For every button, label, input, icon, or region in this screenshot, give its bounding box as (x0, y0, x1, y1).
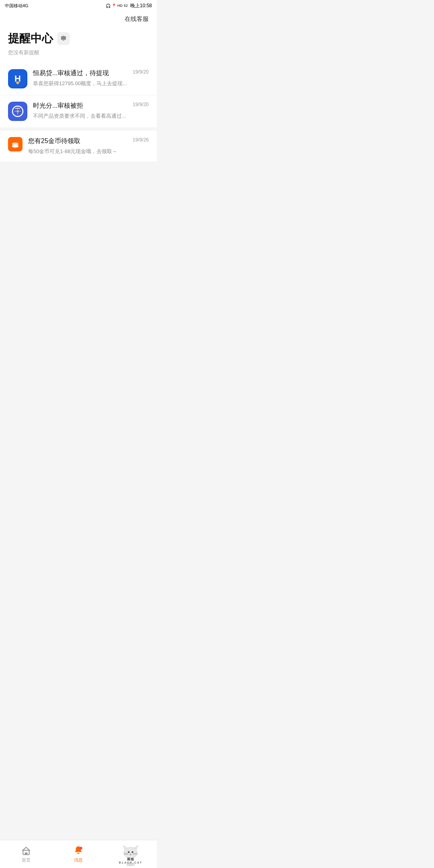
henyi-app-icon: H (8, 69, 27, 88)
shiguang-notification-date: 19/9/20 (133, 102, 149, 107)
location-icon: 📍 (112, 4, 116, 8)
battery-icon: 52 (124, 4, 128, 8)
shiguang-title-row: 时光分...审核被拒 19/9/20 (33, 102, 149, 110)
coin-notification-date: 19/9/26 (133, 137, 149, 143)
shiguang-notification-desc: 不同产品资质要求不同，去看看高通过... (33, 113, 126, 119)
signal-icons: HD (117, 4, 123, 8)
headphone-icon: 🎧 (106, 4, 111, 8)
title-area: 提醒中心 您没有新提醒 (0, 26, 157, 63)
henyi-title-row: 恒易贷...审核通过，待提现 19/9/20 (33, 69, 149, 78)
carrier-text: 中国移动4G (5, 3, 29, 9)
svg-rect-0 (61, 36, 66, 40)
coin-notification-desc: 每50金币可兑1-88元现金哦，去领取～ (28, 148, 117, 154)
svg-rect-1 (63, 40, 65, 41)
page-title-row: 提醒中心 (8, 31, 149, 46)
coin-app-icon (8, 137, 23, 151)
svg-point-8 (16, 110, 19, 113)
alarm-icon (60, 35, 67, 42)
time-text: 晚上10:58 (130, 2, 152, 9)
svg-point-15 (12, 142, 19, 145)
online-service-button[interactable]: 在线客服 (125, 15, 149, 23)
status-bar: 中国移动4G 🎧 📍 HD 52 晚上10:58 (0, 0, 157, 11)
coin-notification-title: 您有25金币待领取 (28, 137, 80, 145)
coin-stacks-icon (11, 140, 20, 149)
page-title: 提醒中心 (8, 31, 53, 46)
status-right-icons: 🎧 📍 HD 52 晚上10:58 (106, 2, 152, 9)
henyi-notification-desc: 恭喜您获得12795.00额度，马上去提现... (33, 80, 127, 86)
content-area: H 恒易贷...审核通过，待提现 19/9/20 恭喜您获得12795.00额度… (0, 63, 157, 326)
header: 在线客服 (0, 11, 157, 26)
coin-notification-item[interactable]: 您有25金币待领取 19/9/26 每50金币可兑1-88元现金哦，去领取～ (0, 131, 157, 162)
shiguang-notification-body: 时光分...审核被拒 19/9/20 不同产品资质要求不同，去看看高通过... (33, 102, 149, 120)
coin-notification-body: 您有25金币待领取 19/9/26 每50金币可兑1-88元现金哦，去领取～ (28, 137, 149, 155)
shiguang-app-icon (8, 102, 27, 121)
shiguang-logo-svg (9, 102, 27, 120)
henyi-notification-body: 恒易贷...审核通过，待提现 19/9/20 恭喜您获得12795.00额度，马… (33, 69, 149, 87)
henyi-notification-item[interactable]: H 恒易贷...审核通过，待提现 19/9/20 恭喜您获得12795.00额度… (0, 63, 157, 95)
bell-settings-button[interactable] (57, 32, 70, 45)
henyi-logo-svg: H (9, 70, 27, 88)
coin-notification-card: 您有25金币待领取 19/9/26 每50金币可兑1-88元现金哦，去领取～ (0, 131, 157, 162)
henyi-notification-title: 恒易贷...审核通过，待提现 (33, 69, 129, 78)
no-notification-text: 您没有新提醒 (8, 49, 39, 55)
coin-title-row: 您有25金币待领取 19/9/26 (28, 137, 149, 145)
empty-content-area (0, 165, 157, 326)
loan-notifications-card: H 恒易贷...审核通过，待提现 19/9/20 恭喜您获得12795.00额度… (0, 63, 157, 127)
shiguang-notification-item[interactable]: 时光分...审核被拒 19/9/20 不同产品资质要求不同，去看看高通过... (0, 95, 157, 127)
shiguang-notification-title: 时光分...审核被拒 (33, 102, 129, 110)
henyi-notification-date: 19/9/20 (133, 69, 149, 75)
